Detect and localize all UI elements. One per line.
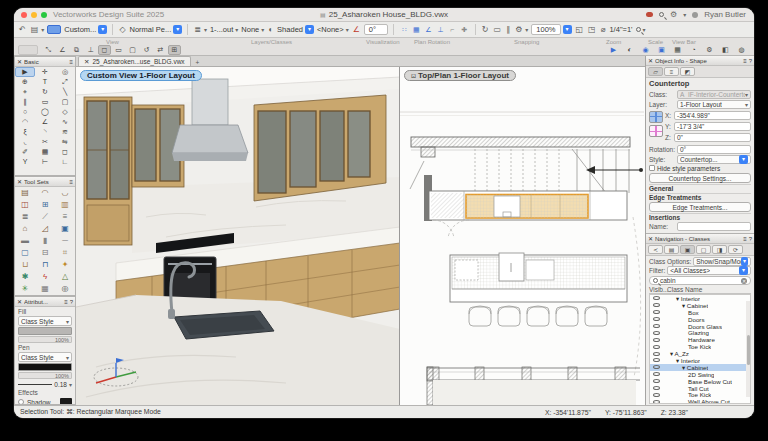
circle-tool[interactable]: ○ [15,107,35,117]
column-tool[interactable]: ▮ [35,235,55,247]
flyover-tool[interactable]: ◎ [55,67,75,77]
class-row[interactable]: ▾ Cabinet [650,364,750,371]
rectangle-tool[interactable]: ▭ [35,97,55,107]
lighting-tool[interactable]: ✦ [55,259,75,271]
zoom-dropdown[interactable]: 100% ▾ [531,24,571,35]
tab-shape[interactable]: ▱ [648,67,663,76]
nav-tab-classes[interactable]: ▣ [680,245,695,254]
insertion-point-selector-top[interactable] [649,111,663,123]
pause-icon[interactable]: ∥ [505,25,511,35]
viewbar-config-icon[interactable]: ▣ [655,45,668,55]
arc-tool[interactable]: ◠ [15,117,35,127]
menu-icon[interactable]: ≡ [69,59,73,65]
roof-tool[interactable]: ⌂ [15,223,35,235]
quarter-arc-tool[interactable]: ◝ [35,127,55,137]
snap-loupe-tool[interactable]: ⌖ [15,87,35,97]
projection-icon[interactable]: ◇ [118,25,126,35]
class-dropdown[interactable]: None ▾ [241,25,264,34]
visibility-eye-icon[interactable] [653,365,660,369]
hardscape-tool[interactable]: ▦ [35,283,55,295]
visibility-eye-icon[interactable] [653,324,660,328]
text-tool[interactable]: T [35,77,55,87]
door-tool[interactable]: ◫ [15,199,35,211]
viewbar-config-icon[interactable]: ◐ [623,45,636,55]
eyedropper-tool[interactable]: ✐ [15,147,35,157]
class-row[interactable]: ▾ A_Zz [650,350,750,357]
class-row[interactable]: Hardware [650,336,750,343]
insertion-point-selector-bottom[interactable] [649,125,663,137]
fill-style-dropdown[interactable]: Class Style ▾ [18,316,72,326]
rotation-field[interactable]: 0° [677,145,751,154]
close-icon[interactable]: ✕ [17,298,22,305]
close-tab-icon[interactable]: ✕ [84,58,89,66]
view-label-plan[interactable]: ⊡ Top/Plan 1-Floor Layout [404,70,516,81]
class-row[interactable]: Base Below Cut [650,378,750,385]
skylight-tool[interactable]: ▣ [55,223,75,235]
layer-dropdown-oi[interactable]: 1-Floor Layout ▾ [677,100,751,109]
pen-opacity-slider[interactable]: 100% [18,372,72,379]
class-row[interactable]: Doors [650,316,750,323]
plan-rotation-field[interactable]: 0° [364,24,388,35]
island-sink[interactable] [499,253,524,281]
class-row[interactable]: Toe Kick [650,391,750,398]
undo-view-icon[interactable]: ↶ [18,25,27,35]
pen-style-dropdown[interactable]: Class Style ▾ [18,352,72,362]
menu-icon[interactable]: ≡ [743,236,747,242]
pane-plan-view[interactable]: ⊡ Top/Plan 1-Floor Layout [400,67,645,409]
snap-mode-icon[interactable]: ▦ [411,24,422,35]
wall-tool[interactable]: ▤ [15,187,35,199]
attribute-mapping-tool[interactable]: ▦ [35,147,55,157]
walkthrough-icon[interactable]: ↻ [481,25,490,35]
menu-icon[interactable]: ≡ [743,58,747,64]
shadow-swatch[interactable] [60,398,72,405]
class-row[interactable]: 2D Swing [650,371,750,378]
connect-tool[interactable]: ∟ [55,157,75,167]
class-row[interactable]: Box [650,309,750,316]
escalator-tool[interactable]: ≡ [55,211,75,223]
class-row[interactable]: ▾ Interior [650,295,750,302]
nav-tab-saved-views[interactable]: ⟳ [728,245,743,254]
document-tab[interactable]: ✕ 25_Asharoken...use_BLDG.vwx [78,56,191,66]
nav-tab-sheets[interactable]: ▢ [696,245,711,254]
beam-tool[interactable]: ─ [55,235,75,247]
rounded-rectangle-tool[interactable]: ▢ [55,97,75,107]
plant-tool[interactable]: ✳ [15,283,35,295]
visibility-eye-icon[interactable] [653,352,660,356]
trim-tool[interactable]: ⊢ [35,157,55,167]
line-weight-control[interactable]: 0.18 ▾ [18,380,72,389]
fit-view-icon[interactable]: ▭ [493,25,503,35]
framing-tool[interactable]: ⌗ [55,247,75,259]
site-tool[interactable]: △ [55,271,75,283]
selected-countertop[interactable] [466,195,588,219]
offset-tool[interactable]: ≋ [55,127,75,137]
scale-indicator[interactable]: 1/4"=1' [609,25,632,34]
cloud-sync-icon[interactable] [646,12,653,17]
no-crop-icon[interactable]: ⌀ [600,25,607,35]
edge-treatments-section[interactable]: Edge Treatments [649,193,751,201]
selection-mode-icon[interactable]: ▢ [126,45,139,55]
selection-mode-icon[interactable]: ∠ [56,45,69,55]
snap-mode-icon[interactable]: ∠ [423,24,434,35]
visibility-icon[interactable]: ◐ [267,25,274,35]
visibility-eye-icon[interactable] [653,296,660,300]
projection-dropdown[interactable]: Normal Pe... ▾ [130,25,183,34]
cabinet-tool[interactable]: ▥ [55,199,75,211]
edge-treatments-button[interactable]: Edge Treatments... [649,202,751,212]
class-row[interactable]: Wall Above Cut [650,398,750,404]
selection-mode-icon[interactable]: ⊥ [84,45,97,55]
spiral-tool[interactable]: ξ [15,127,35,137]
tall-cabinet[interactable] [84,97,132,245]
pan-tool[interactable]: ✛ [35,67,55,77]
shadow-control[interactable]: Shadow [18,397,72,405]
selection-mode-icon[interactable]: ↺ [140,45,153,55]
polygon-tool[interactable]: ◇ [55,107,75,117]
hide-style-checkbox[interactable] [649,165,655,171]
viewbar-config-icon[interactable]: ◧ [719,45,732,55]
kitchen-3d-rendering[interactable] [76,67,400,405]
magnifier-menu[interactable]: ▾ [636,26,646,33]
viewbar-config-icon[interactable]: ◉ [639,45,652,55]
pen-color-swatch[interactable] [18,363,72,371]
menu-icon[interactable]: ≡ [64,299,68,305]
upper-cabinets-right[interactable] [254,95,386,201]
view-label-3d[interactable]: Custom View 1-Floor Layout [80,70,202,81]
